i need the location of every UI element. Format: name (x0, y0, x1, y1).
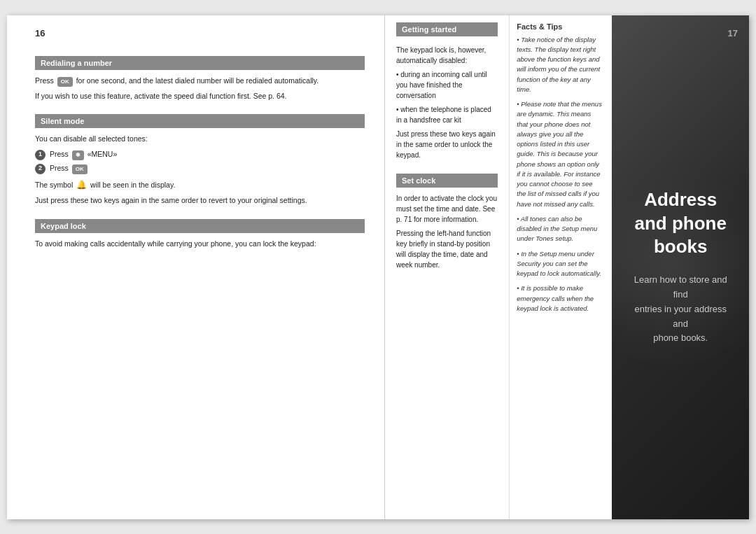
dark-panel-subtitle: Learn how to store and findentries in yo… (612, 273, 749, 346)
dark-panel: 17 Address and phone books Learn how to … (612, 15, 749, 519)
silent-mode-body: You can disable all selected tones: 1 Pr… (35, 134, 365, 206)
redialing-header: Redialing a number (35, 56, 365, 70)
set-clock-body: In order to activate the clock you must … (396, 193, 498, 274)
facts-tips-body: • Take notice of the display texts. The … (517, 35, 602, 314)
page-number-right: 17 (728, 28, 738, 38)
right-page: Getting started The keypad lock is, howe… (385, 15, 749, 519)
set-clock-header: Set clock (396, 174, 498, 188)
right-text-col: Getting started The keypad lock is, howe… (385, 15, 509, 519)
keypad-lock-body: To avoid making calls accidentally while… (35, 239, 365, 250)
facts-tips-col: Facts & Tips • Take notice of the displa… (509, 15, 612, 519)
book-spread: 16 Redialing a number Press OK for one s… (7, 15, 749, 519)
dark-panel-title: Address and phone books (612, 188, 749, 259)
keypad-lock-header: Keypad lock (35, 219, 365, 233)
getting-started-header: Getting started (396, 22, 498, 36)
facts-tips-title: Facts & Tips (517, 22, 602, 31)
left-page: 16 Redialing a number Press OK for one s… (7, 15, 385, 519)
page-number-left: 16 (35, 28, 45, 38)
silent-mode-header: Silent mode (35, 114, 365, 128)
redialing-body: Press OK for one second, and the latest … (35, 76, 365, 102)
keypad-lock-continued: The keypad lock is, however, automatical… (396, 45, 498, 164)
